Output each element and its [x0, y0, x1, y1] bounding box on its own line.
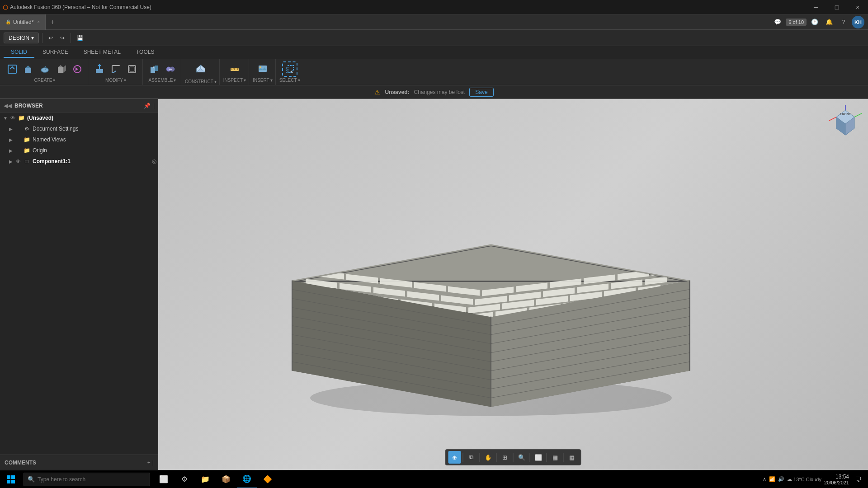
shell-icon[interactable] — [124, 61, 140, 77]
construct-plane-icon[interactable] — [192, 60, 210, 78]
visual-style-icon[interactable]: ▦ — [549, 451, 561, 464]
file-explorer-icon[interactable]: 📁 — [195, 470, 215, 488]
create-label[interactable]: CREATE ▾ — [34, 78, 56, 83]
notification-bell-icon[interactable]: 🔔 — [823, 16, 835, 28]
unsaved-label: Unsaved: — [385, 89, 409, 95]
insert-icons — [255, 61, 270, 77]
weather-display: ☁ 13°C Cloudy — [787, 476, 821, 482]
revolve-icon[interactable] — [37, 61, 52, 77]
notification-center-button[interactable]: 🗨 — [852, 470, 864, 488]
design-dropdown-arrow: ▾ — [31, 35, 34, 41]
tab-close-button[interactable]: × — [37, 19, 40, 24]
design-mode-button[interactable]: DESIGN ▾ — [4, 33, 39, 43]
minimize-button[interactable]: ─ — [806, 0, 826, 14]
tree-item-component[interactable]: ▶ 👁 □ Component1:1 ◎ — [0, 156, 158, 167]
system-clock[interactable]: 13:54 20/06/2021 — [824, 474, 849, 485]
chrome-icon[interactable]: 🌐 — [237, 470, 257, 488]
folder-icon: 📁 — [17, 115, 25, 121]
tab-surface[interactable]: SURFACE — [35, 47, 75, 58]
construct-label[interactable]: CONSTRUCT ▾ — [185, 79, 217, 84]
tree-expand-arrow: ▶ — [7, 159, 14, 164]
browser-title: BROWSER — [14, 103, 144, 109]
create-sketch-icon[interactable] — [5, 61, 20, 77]
browser-expand-button[interactable]: | — [153, 103, 155, 109]
visibility-icon[interactable]: 👁 — [14, 159, 22, 164]
view-cube[interactable]: FRONT — [827, 103, 863, 140]
chat-icon[interactable]: 💬 — [771, 16, 784, 28]
inspect-label[interactable]: INSPECT ▾ — [223, 78, 246, 83]
assemble-group: ASSEMBLE ▾ — [144, 59, 181, 85]
snap-icon[interactable]: ⊕ — [448, 451, 461, 464]
fillet-icon[interactable] — [108, 61, 123, 77]
clock-icon[interactable]: 🕐 — [808, 16, 821, 28]
pan-icon[interactable]: ✋ — [482, 451, 495, 464]
grid-display-icon[interactable]: ▩ — [566, 451, 578, 464]
browser-pin-button[interactable]: 📌 — [144, 103, 151, 109]
start-button[interactable] — [0, 470, 22, 488]
viewport-panel: FRONT ⊕ ⧉ ✋ ⊞ � — [158, 99, 868, 470]
browser-collapse-button[interactable]: ◀◀ — [4, 103, 12, 109]
weather-icon: ☁ — [787, 476, 792, 482]
redo-button[interactable]: ↪ — [57, 32, 67, 44]
grid-snap-icon[interactable]: ⧉ — [465, 451, 478, 464]
joint-icon[interactable] — [163, 61, 178, 77]
comments-add-button[interactable]: + — [147, 460, 151, 466]
comments-panel-header[interactable]: COMMENTS + | — [0, 455, 158, 470]
active-tab[interactable]: 🔒 Untitled* × — [0, 14, 46, 30]
tree-item-origin[interactable]: ▶ 📁 Origin — [0, 145, 158, 156]
toolbar-tab-bar: SOLID SURFACE SHEET METAL TOOLS — [0, 46, 868, 59]
tab-sheet-metal[interactable]: SHEET METAL — [76, 47, 128, 58]
box-icon[interactable] — [53, 61, 69, 77]
close-button[interactable]: × — [847, 0, 868, 14]
insert-icon[interactable] — [255, 61, 270, 77]
browser-header: ◀◀ BROWSER 📌 | — [0, 99, 158, 113]
volume-icon[interactable]: 🔊 — [778, 476, 784, 482]
taskbar-search-input[interactable] — [38, 476, 137, 483]
visibility-icon[interactable]: 👁 — [9, 115, 16, 121]
display-mode-icon[interactable]: ⬜ — [532, 451, 545, 464]
insert-group: INSERT ▾ — [250, 59, 276, 85]
orbit-icon[interactable]: ⊞ — [499, 451, 511, 464]
insert-label[interactable]: INSERT ▾ — [253, 78, 273, 83]
left-panel: ◀◀ BROWSER 📌 | ▼ 👁 📁 (Unsaved) ▶ ⚙ Docum… — [0, 99, 158, 470]
select-icon[interactable] — [282, 61, 297, 77]
user-avatar[interactable]: KH — [852, 16, 864, 28]
maximize-button[interactable]: □ — [826, 0, 847, 14]
new-component-icon[interactable] — [146, 61, 162, 77]
measure-icon[interactable] — [227, 61, 242, 77]
3d-viewport[interactable]: FRONT ⊕ ⧉ ✋ ⊞ � — [158, 99, 868, 470]
tab-tools[interactable]: TOOLS — [129, 47, 161, 58]
store-icon[interactable]: 📦 — [216, 470, 236, 488]
press-pull-icon[interactable] — [92, 61, 107, 77]
tree-item-doc-settings[interactable]: ▶ ⚙ Document Settings — [0, 123, 158, 134]
subscription-badge[interactable]: 6 of 10 — [786, 19, 807, 26]
modify-label[interactable]: MODIFY ▾ — [105, 78, 126, 83]
comments-icons: + | — [147, 460, 154, 466]
comments-expand-button[interactable]: | — [152, 460, 154, 466]
mirror-icon[interactable] — [70, 61, 85, 77]
taskbar-search-box[interactable]: 🔍 — [24, 473, 150, 486]
task-view-button[interactable]: ⬜ — [154, 470, 174, 488]
tab-lock-icon: 🔒 — [5, 19, 11, 24]
visibility-icon — [14, 126, 22, 131]
zoom-icon[interactable]: 🔍 — [515, 451, 528, 464]
extrude-icon[interactable] — [21, 61, 36, 77]
svg-rect-178 — [11, 475, 15, 479]
settings-taskbar-icon[interactable]: ⚙ — [175, 470, 194, 488]
tab-solid[interactable]: SOLID — [4, 47, 34, 58]
fusion-taskbar-icon[interactable]: 🔶 — [258, 470, 278, 488]
assemble-label[interactable]: ASSEMBLE ▾ — [149, 78, 176, 83]
save-button-toolbar[interactable]: 💾 — [74, 32, 86, 44]
network-icon[interactable]: 📶 — [769, 476, 775, 482]
undo-button[interactable]: ↩ — [46, 32, 56, 44]
tree-item-label: Document Settings — [33, 126, 156, 132]
select-label[interactable]: SELECT ▾ — [279, 78, 300, 83]
help-icon[interactable]: ? — [837, 16, 850, 28]
tree-item-named-views[interactable]: ▶ 📁 Named Views — [0, 134, 158, 145]
tray-up-arrow[interactable]: ∧ — [763, 476, 766, 482]
tree-item-unsaved[interactable]: ▼ 👁 📁 (Unsaved) — [0, 113, 158, 123]
inspect-icons — [227, 61, 242, 77]
new-tab-button[interactable]: + — [46, 15, 59, 29]
save-document-button[interactable]: Save — [469, 88, 493, 97]
inspect-group: INSPECT ▾ — [221, 59, 249, 85]
